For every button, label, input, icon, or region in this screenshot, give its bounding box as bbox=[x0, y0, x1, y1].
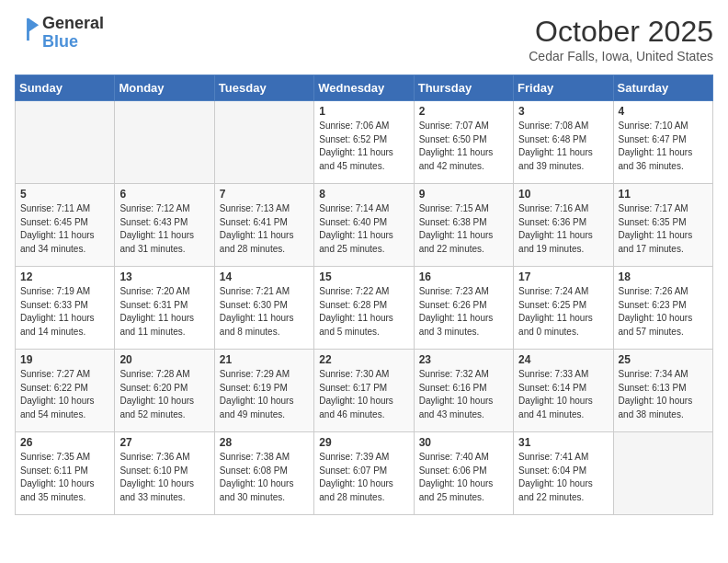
day-number: 11 bbox=[619, 188, 708, 201]
day-number: 17 bbox=[518, 270, 608, 283]
col-header-friday: Friday bbox=[514, 75, 613, 101]
day-info: Sunrise: 7:06 AM Sunset: 6:52 PM Dayligh… bbox=[319, 120, 408, 173]
day-info: Sunrise: 7:10 AM Sunset: 6:47 PM Dayligh… bbox=[619, 120, 708, 173]
day-info: Sunrise: 7:29 AM Sunset: 6:19 PM Dayligh… bbox=[220, 368, 309, 421]
day-info: Sunrise: 7:23 AM Sunset: 6:26 PM Dayligh… bbox=[419, 285, 508, 339]
calendar-cell: 2Sunrise: 7:07 AM Sunset: 6:50 PM Daylig… bbox=[414, 101, 513, 184]
day-info: Sunrise: 7:35 AM Sunset: 6:11 PM Dayligh… bbox=[20, 451, 109, 504]
day-number: 12 bbox=[20, 270, 109, 283]
col-header-wednesday: Wednesday bbox=[314, 75, 414, 101]
calendar-week-row: 12Sunrise: 7:19 AM Sunset: 6:33 PM Dayli… bbox=[16, 267, 713, 350]
calendar-cell: 10Sunrise: 7:16 AM Sunset: 6:36 PM Dayli… bbox=[514, 184, 613, 267]
day-info: Sunrise: 7:28 AM Sunset: 6:20 PM Dayligh… bbox=[119, 368, 209, 421]
day-info: Sunrise: 7:13 AM Sunset: 6:41 PM Dayligh… bbox=[220, 202, 309, 256]
day-number: 4 bbox=[619, 105, 708, 118]
col-header-monday: Monday bbox=[115, 75, 214, 101]
day-info: Sunrise: 7:21 AM Sunset: 6:30 PM Dayligh… bbox=[220, 285, 309, 339]
calendar-cell bbox=[613, 432, 712, 515]
day-info: Sunrise: 7:36 AM Sunset: 6:10 PM Dayligh… bbox=[119, 451, 209, 504]
day-number: 28 bbox=[220, 436, 309, 449]
day-info: Sunrise: 7:30 AM Sunset: 6:17 PM Dayligh… bbox=[319, 368, 408, 421]
day-number: 22 bbox=[319, 353, 408, 366]
day-number: 10 bbox=[518, 188, 608, 201]
calendar-cell: 3Sunrise: 7:08 AM Sunset: 6:48 PM Daylig… bbox=[514, 101, 613, 184]
day-number: 20 bbox=[119, 353, 209, 366]
logo: General Blue bbox=[15, 15, 104, 52]
calendar-cell: 4Sunrise: 7:10 AM Sunset: 6:47 PM Daylig… bbox=[613, 101, 712, 184]
calendar-cell: 11Sunrise: 7:17 AM Sunset: 6:35 PM Dayli… bbox=[613, 184, 712, 267]
calendar-cell: 1Sunrise: 7:06 AM Sunset: 6:52 PM Daylig… bbox=[314, 101, 414, 184]
logo-text-blue: Blue bbox=[42, 33, 104, 52]
calendar-cell: 25Sunrise: 7:34 AM Sunset: 6:13 PM Dayli… bbox=[613, 350, 712, 432]
title-block: October 2025 Cedar Falls, Iowa, United S… bbox=[529, 15, 713, 63]
day-number: 25 bbox=[619, 353, 708, 366]
day-number: 2 bbox=[419, 105, 508, 118]
calendar-cell: 12Sunrise: 7:19 AM Sunset: 6:33 PM Dayli… bbox=[16, 267, 115, 350]
calendar-cell: 24Sunrise: 7:33 AM Sunset: 6:14 PM Dayli… bbox=[514, 350, 613, 432]
day-info: Sunrise: 7:27 AM Sunset: 6:22 PM Dayligh… bbox=[20, 368, 109, 421]
day-info: Sunrise: 7:20 AM Sunset: 6:31 PM Dayligh… bbox=[119, 285, 209, 339]
calendar-cell: 17Sunrise: 7:24 AM Sunset: 6:25 PM Dayli… bbox=[514, 267, 613, 350]
calendar-cell bbox=[115, 101, 214, 184]
day-number: 15 bbox=[319, 270, 408, 283]
day-info: Sunrise: 7:08 AM Sunset: 6:48 PM Dayligh… bbox=[518, 120, 608, 173]
day-info: Sunrise: 7:19 AM Sunset: 6:33 PM Dayligh… bbox=[20, 285, 109, 339]
day-number: 1 bbox=[319, 105, 408, 118]
day-number: 7 bbox=[220, 188, 309, 201]
day-info: Sunrise: 7:34 AM Sunset: 6:13 PM Dayligh… bbox=[619, 368, 708, 421]
calendar-cell: 30Sunrise: 7:40 AM Sunset: 6:06 PM Dayli… bbox=[414, 432, 513, 515]
day-number: 29 bbox=[319, 436, 408, 449]
day-number: 14 bbox=[220, 270, 309, 283]
calendar-cell: 16Sunrise: 7:23 AM Sunset: 6:26 PM Dayli… bbox=[414, 267, 513, 350]
logo-text-general: General bbox=[42, 15, 104, 33]
svg-rect-1 bbox=[27, 18, 29, 40]
calendar-week-row: 5Sunrise: 7:11 AM Sunset: 6:45 PM Daylig… bbox=[16, 184, 713, 267]
calendar-cell: 31Sunrise: 7:41 AM Sunset: 6:04 PM Dayli… bbox=[514, 432, 613, 515]
page-header: General Blue October 2025 Cedar Falls, I… bbox=[15, 15, 713, 63]
calendar-cell: 27Sunrise: 7:36 AM Sunset: 6:10 PM Dayli… bbox=[115, 432, 214, 515]
day-number: 27 bbox=[119, 436, 209, 449]
calendar-cell bbox=[214, 101, 313, 184]
month-title: October 2025 bbox=[529, 15, 713, 49]
location: Cedar Falls, Iowa, United States bbox=[529, 49, 713, 63]
calendar-cell: 20Sunrise: 7:28 AM Sunset: 6:20 PM Dayli… bbox=[115, 350, 214, 432]
day-info: Sunrise: 7:12 AM Sunset: 6:43 PM Dayligh… bbox=[119, 202, 209, 256]
calendar-cell: 22Sunrise: 7:30 AM Sunset: 6:17 PM Dayli… bbox=[314, 350, 414, 432]
day-info: Sunrise: 7:41 AM Sunset: 6:04 PM Dayligh… bbox=[518, 451, 608, 504]
calendar-cell: 28Sunrise: 7:38 AM Sunset: 6:08 PM Dayli… bbox=[214, 432, 313, 515]
day-info: Sunrise: 7:15 AM Sunset: 6:38 PM Dayligh… bbox=[419, 202, 508, 256]
calendar-header-row: SundayMondayTuesdayWednesdayThursdayFrid… bbox=[16, 75, 713, 101]
day-number: 5 bbox=[20, 188, 109, 201]
day-number: 24 bbox=[518, 353, 608, 366]
day-number: 21 bbox=[220, 353, 309, 366]
calendar-cell: 8Sunrise: 7:14 AM Sunset: 6:40 PM Daylig… bbox=[314, 184, 414, 267]
day-info: Sunrise: 7:33 AM Sunset: 6:14 PM Dayligh… bbox=[518, 368, 608, 421]
calendar-cell: 7Sunrise: 7:13 AM Sunset: 6:41 PM Daylig… bbox=[214, 184, 313, 267]
calendar-cell: 29Sunrise: 7:39 AM Sunset: 6:07 PM Dayli… bbox=[314, 432, 414, 515]
day-info: Sunrise: 7:11 AM Sunset: 6:45 PM Dayligh… bbox=[20, 202, 109, 256]
day-info: Sunrise: 7:38 AM Sunset: 6:08 PM Dayligh… bbox=[220, 451, 309, 504]
calendar-week-row: 1Sunrise: 7:06 AM Sunset: 6:52 PM Daylig… bbox=[16, 101, 713, 184]
day-info: Sunrise: 7:14 AM Sunset: 6:40 PM Dayligh… bbox=[319, 202, 408, 256]
calendar-week-row: 19Sunrise: 7:27 AM Sunset: 6:22 PM Dayli… bbox=[16, 350, 713, 432]
calendar-cell: 18Sunrise: 7:26 AM Sunset: 6:23 PM Dayli… bbox=[613, 267, 712, 350]
calendar-cell bbox=[16, 101, 115, 184]
day-number: 9 bbox=[419, 188, 508, 201]
day-number: 26 bbox=[20, 436, 109, 449]
day-info: Sunrise: 7:39 AM Sunset: 6:07 PM Dayligh… bbox=[319, 451, 408, 504]
calendar-cell: 14Sunrise: 7:21 AM Sunset: 6:30 PM Dayli… bbox=[214, 267, 313, 350]
day-info: Sunrise: 7:32 AM Sunset: 6:16 PM Dayligh… bbox=[419, 368, 508, 421]
col-header-sunday: Sunday bbox=[16, 75, 115, 101]
day-number: 8 bbox=[319, 188, 408, 201]
day-info: Sunrise: 7:26 AM Sunset: 6:23 PM Dayligh… bbox=[619, 285, 708, 339]
calendar-cell: 26Sunrise: 7:35 AM Sunset: 6:11 PM Dayli… bbox=[16, 432, 115, 515]
day-info: Sunrise: 7:40 AM Sunset: 6:06 PM Dayligh… bbox=[419, 451, 508, 504]
day-info: Sunrise: 7:17 AM Sunset: 6:35 PM Dayligh… bbox=[619, 202, 708, 256]
day-info: Sunrise: 7:22 AM Sunset: 6:28 PM Dayligh… bbox=[319, 285, 408, 339]
logo-icon bbox=[15, 17, 40, 42]
calendar-cell: 19Sunrise: 7:27 AM Sunset: 6:22 PM Dayli… bbox=[16, 350, 115, 432]
day-number: 30 bbox=[419, 436, 508, 449]
calendar-cell: 6Sunrise: 7:12 AM Sunset: 6:43 PM Daylig… bbox=[115, 184, 214, 267]
day-number: 3 bbox=[518, 105, 608, 118]
day-info: Sunrise: 7:16 AM Sunset: 6:36 PM Dayligh… bbox=[518, 202, 608, 256]
